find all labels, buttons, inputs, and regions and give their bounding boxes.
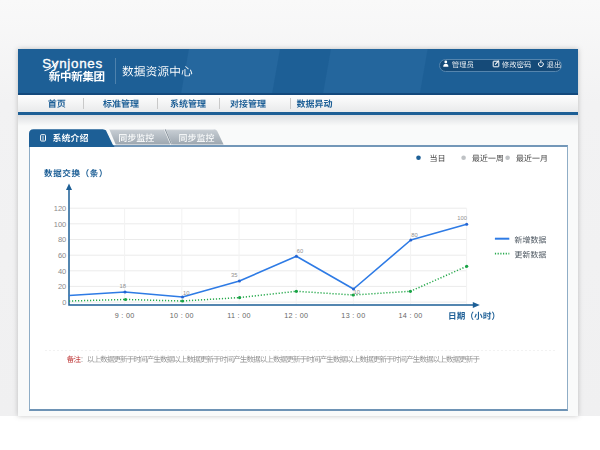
svg-text:100: 100	[457, 215, 467, 221]
svg-text:10: 10	[354, 289, 360, 295]
svg-text:18: 18	[120, 283, 126, 289]
svg-text:80: 80	[411, 232, 417, 238]
svg-text:20: 20	[58, 282, 66, 291]
svg-text:10: 10	[183, 290, 189, 296]
svg-text:35: 35	[231, 272, 237, 278]
svg-text:80: 80	[58, 235, 66, 244]
svg-text:100: 100	[54, 220, 67, 229]
svg-text:13 : 00: 13 : 00	[341, 311, 365, 320]
svg-text:0: 0	[62, 298, 66, 307]
svg-text:Synjones: Synjones	[42, 56, 103, 71]
svg-text:14 : 00: 14 : 00	[399, 311, 423, 320]
svg-text:10 : 00: 10 : 00	[170, 311, 194, 320]
svg-text:60: 60	[58, 251, 66, 260]
svg-text:12 : 00: 12 : 00	[284, 311, 308, 320]
svg-text:40: 40	[58, 267, 66, 276]
svg-text:120: 120	[54, 204, 67, 213]
svg-text:11 : 00: 11 : 00	[227, 311, 251, 320]
svg-text:9 : 00: 9 : 00	[115, 311, 135, 320]
svg-text:60: 60	[297, 248, 303, 254]
